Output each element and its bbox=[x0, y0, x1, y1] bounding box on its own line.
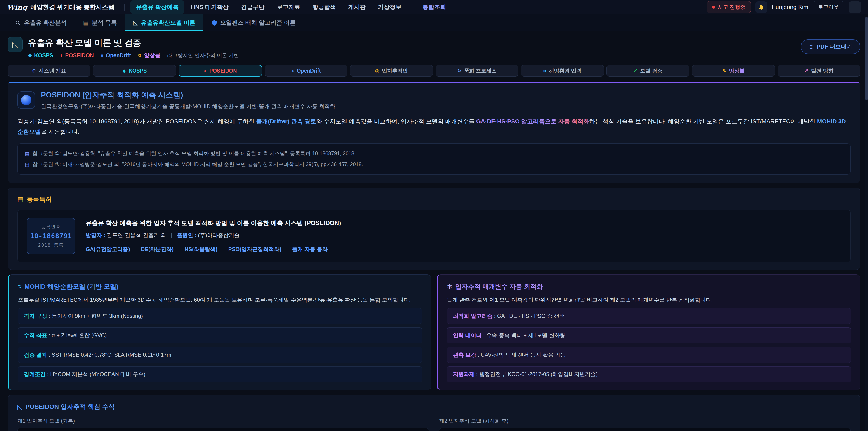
nav-reports[interactable]: 보고자료 bbox=[271, 0, 306, 14]
parameter-optimization-card: ✻ 입자추적 매개변수 자동 최적화 뜰개 관측 경로와 제1 모델 예측값의 … bbox=[437, 274, 860, 390]
tab-label: 유출유 확산분석 bbox=[24, 19, 67, 27]
model2-code-block: Revised_x = a1·current_u + a2·current_v … bbox=[439, 428, 850, 431]
menu-icon bbox=[852, 5, 858, 5]
shield-icon bbox=[212, 20, 217, 26]
scrollbar-thumb[interactable] bbox=[865, 17, 868, 100]
wave-icon: ≈ bbox=[544, 68, 546, 73]
spec-row-validation: 검증 결과 : SST RMSE 0.42~0.78°C, SLA RMSE 0… bbox=[18, 347, 422, 363]
model2-label: 제2 입자추적 모델 (최적화 후) bbox=[439, 418, 850, 425]
lightning-icon: ↯ bbox=[722, 68, 726, 73]
reference-1: ▤참고문헌 ①: 김도연·김용혁, "유출유 확산 예측을 위한 입자 추적 모… bbox=[25, 148, 843, 159]
system-title: 해양환경 위기대응 통합시스템 bbox=[30, 3, 114, 11]
section-tab-system-overview[interactable]: ⊕시스템 개요 bbox=[8, 65, 90, 76]
ellipse-icon: ● bbox=[204, 68, 206, 73]
poseidon-intro-card: POSEIDON (입자추적 최적화 예측 시스템) 한국환경연구원·(주)아라… bbox=[8, 82, 860, 183]
opt-card-title: ✻ 입자추적 매개변수 자동 최적화 bbox=[447, 282, 851, 291]
tag-pso[interactable]: PSO(입자군집최적화) bbox=[228, 246, 281, 253]
incident-status-badge[interactable]: 사고 진행중 bbox=[707, 1, 751, 13]
section-tab-bar: ⊕시스템 개요 ◆KOSPS ●POSEIDON ●OpenDrift ◎입자추… bbox=[8, 65, 860, 76]
tab-diffusion-model-theory[interactable]: ◺ 유출유확산모델 이론 bbox=[125, 14, 204, 31]
model1-code-block: Model_x = Δt × current_u + Δt × c × wind… bbox=[18, 428, 429, 431]
set-square-icon: ◺ bbox=[18, 403, 22, 411]
tab-analysis-list[interactable]: ▤ 분석 목록 bbox=[75, 14, 125, 31]
pdf-export-button[interactable]: ↥ PDF 내보내기 bbox=[801, 39, 860, 54]
highlight-auto-optimize: 자동 최적화 bbox=[558, 118, 589, 125]
badge-poseidon: ●POSEIDON bbox=[60, 52, 94, 59]
logout-button[interactable]: 로그아웃 bbox=[813, 1, 844, 13]
poseidon-title: POSEIDON (입자추적 최적화 예측 시스템) bbox=[41, 90, 336, 100]
patent-title: 유출유 확산 예측을 위한 입자 추적 모델 최적화 방법 및 이를 이용한 예… bbox=[86, 219, 341, 227]
nav-emergency-rescue[interactable]: 긴급구난 bbox=[236, 0, 270, 14]
document-icon: ▤ bbox=[25, 149, 29, 159]
globe-icon: ⊕ bbox=[32, 68, 36, 73]
section-tab-model-validation[interactable]: ✔모델 검증 bbox=[607, 65, 689, 76]
tab-oil-spill-analysis[interactable]: 유출유 확산분석 bbox=[7, 14, 75, 31]
incident-dot-icon bbox=[712, 6, 715, 8]
tab-label: 유출유확산모델 이론 bbox=[141, 19, 195, 27]
diamond-icon: ◆ bbox=[122, 68, 126, 73]
ellipse-icon: ● bbox=[60, 53, 63, 58]
page-title-icon: ◺ bbox=[8, 37, 23, 52]
section-tab-ocean-env-input[interactable]: ≈해양환경 입력 bbox=[521, 65, 604, 76]
export-icon: ↥ bbox=[809, 43, 813, 50]
wave-icon: ≈ bbox=[18, 283, 21, 290]
section-tab-opendrift[interactable]: ●OpenDrift bbox=[265, 65, 347, 76]
tab-label: 분석 목록 bbox=[92, 19, 117, 27]
top-bar: Wing 해양환경 위기대응 통합시스템 유출유 확산예측 HNS·대기확산 긴… bbox=[0, 0, 868, 14]
tag-drifter-assimilation[interactable]: 뜰개 자동 동화 bbox=[292, 246, 328, 253]
main-content: POSEIDON (입자추적 최적화 예측 시스템) 한국환경연구원·(주)아라… bbox=[0, 76, 868, 431]
notification-bell-button[interactable] bbox=[755, 1, 767, 13]
spec-row-vertical: 수직 좌표 : σ + Z-level 혼합 (GVC) bbox=[18, 328, 422, 343]
formula-section-header: ◺ POSEIDON 입자추적 핵심 수식 bbox=[18, 402, 850, 411]
poseidon-header: POSEIDON (입자추적 최적화 예측 시스템) 한국환경연구원·(주)아라… bbox=[18, 90, 850, 110]
main-nav: 유출유 확산예측 HNS·대기확산 긴급구난 보고자료 항공탐색 게시판 기상정… bbox=[130, 0, 452, 14]
model-badges: ◆KOSPS ●POSEIDON ●OpenDrift ↯앙상블 라그랑지안 입… bbox=[28, 52, 239, 59]
section-tab-future-direction[interactable]: ↗발전 방향 bbox=[778, 65, 860, 76]
tab-oil-fence-algorithm-theory[interactable]: 오일펜스 배치 알고리즘 이론 bbox=[204, 14, 304, 31]
tab-label: 오일펜스 배치 알고리즘 이론 bbox=[220, 19, 296, 27]
section-tab-particle-tracking[interactable]: ◎입자추적법 bbox=[350, 65, 433, 76]
nav-hns-diffusion[interactable]: HNS·대기확산 bbox=[186, 0, 235, 14]
patent-detail: 등록번호 10-1868791 2018 등록 유출유 확산 예측을 위한 입자… bbox=[18, 210, 850, 263]
document-icon: ▤ bbox=[25, 160, 29, 170]
nav-board[interactable]: 게시판 bbox=[343, 0, 371, 14]
spec-row-observation: 관측 보강 : UAV·선박 탑재 센서 동시 활용 가능 bbox=[447, 347, 851, 363]
nav-weather-info[interactable]: 기상정보 bbox=[373, 0, 407, 14]
nav-integrated-search[interactable]: 통합조회 bbox=[417, 0, 452, 14]
check-icon: ✔ bbox=[633, 68, 638, 73]
reference-2: ▤참고문헌 ②: 이재호·임병준·김도연 외, "2016년 동아시아 해역의 … bbox=[25, 159, 843, 170]
tag-ga[interactable]: GA(유전알고리즘) bbox=[86, 246, 130, 253]
vertical-scrollbar[interactable] bbox=[865, 14, 868, 431]
model1-label: 제1 입자추적 모델 (기본) bbox=[18, 418, 429, 425]
highlight-algorithms: GA·DE·HS·PSO 알고리즘으로 bbox=[476, 118, 558, 125]
compass-icon: ◎ bbox=[375, 68, 379, 73]
section-tab-weathering-process[interactable]: ↻풍화 프로세스 bbox=[436, 65, 518, 76]
user-name: Eunjeong Kim bbox=[772, 4, 808, 11]
poseidon-description: 김충기·김도연 외(등록특허 10-1868791, 2018)가 개발한 PO… bbox=[18, 116, 850, 137]
section-tab-poseidon[interactable]: ●POSEIDON bbox=[179, 65, 262, 76]
set-square-icon: ◺ bbox=[133, 19, 138, 26]
spec-row-algorithm: 최적화 알고리즘 : GA · DE · HS · PSO 중 선택 bbox=[447, 308, 851, 324]
highlight-drifter: 뜰개(Drifter) 관측 경로 bbox=[256, 118, 316, 125]
patent-tags: GA(유전알고리즘) DE(차분진화) HS(화음탐색) PSO(입자군집최적화… bbox=[86, 246, 341, 253]
spec-row-input-data: 입력 데이터 : 유속·풍속 벡터 + 제1모델 변화량 bbox=[447, 328, 851, 343]
poseidon-subtitle: 한국환경연구원·(주)아라종합기술·한국해양기상기술 공동개발·MOHID 해양… bbox=[41, 103, 336, 110]
refresh-icon: ↻ bbox=[457, 68, 461, 73]
poseidon-sphere-icon bbox=[18, 91, 35, 109]
formula-card: ◺ POSEIDON 입자추적 핵심 수식 제1 입자추적 모델 (기본) Mo… bbox=[8, 395, 860, 431]
menu-button[interactable] bbox=[848, 1, 861, 13]
tag-hs[interactable]: HS(화음탐색) bbox=[184, 246, 217, 253]
sub-tab-bar: 유출유 확산분석 ▤ 분석 목록 ◺ 유출유확산모델 이론 오일펜스 배치 알고… bbox=[0, 14, 868, 31]
mohid-model-card: ≈ MOHID 해양순환모델 (기반 모델) 포르투갈 IST/MARETEC에… bbox=[8, 274, 431, 390]
section-tab-ensemble[interactable]: ↯앙상블 bbox=[692, 65, 775, 76]
nav-aerial-search[interactable]: 항공탐색 bbox=[307, 0, 341, 14]
tag-de[interactable]: DE(차분진화) bbox=[141, 246, 174, 253]
nav-oil-spill-prediction[interactable]: 유출유 확산예측 bbox=[130, 0, 184, 14]
lightning-icon: ↯ bbox=[138, 53, 142, 58]
patent-card: ▤ 등록특허 등록번호 10-1868791 2018 등록 유출유 확산 예측… bbox=[8, 188, 860, 270]
bell-icon bbox=[758, 4, 765, 10]
logo-icon: Wing bbox=[7, 3, 27, 11]
section-tab-kosps[interactable]: ◆KOSPS bbox=[93, 65, 176, 76]
divider bbox=[124, 4, 125, 11]
opt-card-description: 뜰개 관측 경로와 제1 모델 예측값의 단위시간별 변화량을 비교하여 제2 … bbox=[447, 296, 851, 305]
